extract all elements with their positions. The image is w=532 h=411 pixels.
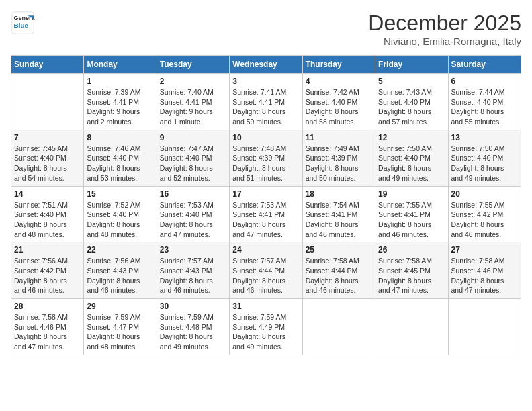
day-number: 3	[232, 77, 299, 86]
day-info: Sunrise: 7:41 AMSunset: 4:41 PMDaylight:…	[232, 87, 299, 127]
calendar-cell: 29Sunrise: 7:59 AMSunset: 4:47 PMDayligh…	[84, 299, 157, 355]
logo: General Blue	[11, 11, 35, 35]
day-number: 31	[232, 302, 299, 311]
day-info: Sunrise: 7:52 AMSunset: 4:40 PMDaylight:…	[87, 200, 153, 240]
logo-icon: General Blue	[11, 11, 35, 35]
calendar-cell: 10Sunrise: 7:48 AMSunset: 4:39 PMDayligh…	[230, 130, 302, 186]
calendar-cell: 9Sunrise: 7:47 AMSunset: 4:40 PMDaylight…	[157, 130, 229, 186]
day-info: Sunrise: 7:54 AMSunset: 4:41 PMDaylight:…	[306, 200, 372, 240]
calendar-cell: 27Sunrise: 7:58 AMSunset: 4:46 PMDayligh…	[448, 242, 521, 299]
day-number: 25	[306, 245, 372, 255]
day-number: 4	[306, 77, 372, 86]
day-info: Sunrise: 7:55 AMSunset: 4:41 PMDaylight:…	[378, 200, 445, 240]
day-number: 15	[87, 189, 153, 199]
day-info: Sunrise: 7:45 AMSunset: 4:40 PMDaylight:…	[14, 144, 81, 183]
svg-text:Blue: Blue	[14, 21, 29, 29]
day-number: 22	[87, 245, 153, 255]
day-number: 26	[378, 245, 445, 255]
calendar-cell: 13Sunrise: 7:50 AMSunset: 4:40 PMDayligh…	[448, 130, 521, 186]
calendar-cell: 24Sunrise: 7:57 AMSunset: 4:44 PMDayligh…	[230, 242, 302, 299]
calendar-cell	[302, 299, 375, 355]
calendar-cell: 4Sunrise: 7:42 AMSunset: 4:40 PMDaylight…	[302, 74, 375, 130]
day-info: Sunrise: 7:46 AMSunset: 4:40 PMDaylight:…	[87, 144, 153, 183]
day-number: 23	[160, 245, 226, 255]
calendar-cell: 30Sunrise: 7:59 AMSunset: 4:48 PMDayligh…	[157, 299, 229, 355]
day-info: Sunrise: 7:58 AMSunset: 4:46 PMDaylight:…	[451, 256, 518, 295]
day-info: Sunrise: 7:49 AMSunset: 4:39 PMDaylight:…	[306, 144, 372, 183]
day-number: 5	[378, 77, 445, 86]
day-number: 29	[87, 302, 153, 311]
day-number: 6	[451, 77, 518, 86]
calendar-cell: 2Sunrise: 7:40 AMSunset: 4:41 PMDaylight…	[157, 74, 229, 130]
calendar-cell: 20Sunrise: 7:55 AMSunset: 4:42 PMDayligh…	[448, 186, 521, 242]
calendar-cell: 11Sunrise: 7:49 AMSunset: 4:39 PMDayligh…	[302, 130, 375, 186]
calendar-cell: 6Sunrise: 7:44 AMSunset: 4:40 PMDaylight…	[448, 74, 521, 130]
day-info: Sunrise: 7:57 AMSunset: 4:43 PMDaylight:…	[160, 256, 226, 295]
day-number: 27	[451, 245, 518, 255]
day-number: 28	[14, 302, 81, 311]
day-number: 8	[87, 133, 153, 142]
calendar-cell: 5Sunrise: 7:43 AMSunset: 4:40 PMDaylight…	[375, 74, 448, 130]
day-number: 1	[87, 77, 153, 86]
day-number: 9	[160, 133, 226, 142]
month-title: December 2025	[368, 11, 521, 36]
day-number: 10	[232, 133, 299, 142]
day-number: 30	[160, 302, 226, 311]
day-info: Sunrise: 7:53 AMSunset: 4:40 PMDaylight:…	[160, 200, 226, 240]
calendar-cell: 26Sunrise: 7:58 AMSunset: 4:45 PMDayligh…	[375, 242, 448, 299]
day-info: Sunrise: 7:44 AMSunset: 4:40 PMDaylight:…	[451, 87, 518, 127]
day-info: Sunrise: 7:58 AMSunset: 4:44 PMDaylight:…	[306, 256, 372, 295]
day-number: 11	[306, 133, 372, 142]
calendar-cell: 18Sunrise: 7:54 AMSunset: 4:41 PMDayligh…	[302, 186, 375, 242]
day-info: Sunrise: 7:40 AMSunset: 4:41 PMDaylight:…	[160, 87, 226, 127]
day-info: Sunrise: 7:43 AMSunset: 4:40 PMDaylight:…	[378, 87, 445, 127]
calendar-table: SundayMondayTuesdayWednesdayThursdayFrid…	[11, 55, 521, 355]
calendar-cell: 19Sunrise: 7:55 AMSunset: 4:41 PMDayligh…	[375, 186, 448, 242]
location-title: Niviano, Emilia-Romagna, Italy	[368, 36, 521, 47]
calendar-cell: 16Sunrise: 7:53 AMSunset: 4:40 PMDayligh…	[157, 186, 229, 242]
day-number: 21	[14, 245, 81, 255]
calendar-cell: 28Sunrise: 7:58 AMSunset: 4:46 PMDayligh…	[11, 299, 84, 355]
day-info: Sunrise: 7:58 AMSunset: 4:46 PMDaylight:…	[14, 312, 81, 352]
calendar-cell: 1Sunrise: 7:39 AMSunset: 4:41 PMDaylight…	[84, 74, 157, 130]
day-number: 7	[14, 133, 81, 142]
col-header-tuesday: Tuesday	[157, 56, 229, 74]
day-info: Sunrise: 7:57 AMSunset: 4:44 PMDaylight:…	[232, 256, 299, 295]
day-info: Sunrise: 7:50 AMSunset: 4:40 PMDaylight:…	[451, 144, 518, 183]
col-header-saturday: Saturday	[448, 56, 521, 74]
calendar-cell: 17Sunrise: 7:53 AMSunset: 4:41 PMDayligh…	[230, 186, 302, 242]
day-number: 24	[232, 245, 299, 255]
day-info: Sunrise: 7:51 AMSunset: 4:40 PMDaylight:…	[14, 200, 81, 240]
col-header-sunday: Sunday	[11, 56, 84, 74]
day-number: 12	[378, 133, 445, 142]
page-header: General Blue December 2025 Niviano, Emil…	[11, 11, 521, 47]
calendar-cell	[375, 299, 448, 355]
day-number: 2	[160, 77, 226, 86]
day-info: Sunrise: 7:59 AMSunset: 4:47 PMDaylight:…	[87, 312, 153, 352]
day-info: Sunrise: 7:50 AMSunset: 4:40 PMDaylight:…	[378, 144, 445, 183]
day-info: Sunrise: 7:58 AMSunset: 4:45 PMDaylight:…	[378, 256, 445, 295]
calendar-cell	[448, 299, 521, 355]
day-number: 17	[232, 189, 299, 199]
day-info: Sunrise: 7:47 AMSunset: 4:40 PMDaylight:…	[160, 144, 226, 183]
day-info: Sunrise: 7:56 AMSunset: 4:42 PMDaylight:…	[14, 256, 81, 295]
day-info: Sunrise: 7:59 AMSunset: 4:49 PMDaylight:…	[232, 312, 299, 352]
col-header-monday: Monday	[84, 56, 157, 74]
title-block: December 2025 Niviano, Emilia-Romagna, I…	[368, 11, 521, 47]
calendar-cell: 8Sunrise: 7:46 AMSunset: 4:40 PMDaylight…	[84, 130, 157, 186]
calendar-cell: 22Sunrise: 7:56 AMSunset: 4:43 PMDayligh…	[84, 242, 157, 299]
day-info: Sunrise: 7:59 AMSunset: 4:48 PMDaylight:…	[160, 312, 226, 352]
col-header-wednesday: Wednesday	[230, 56, 302, 74]
day-number: 18	[306, 189, 372, 199]
calendar-cell: 25Sunrise: 7:58 AMSunset: 4:44 PMDayligh…	[302, 242, 375, 299]
day-number: 20	[451, 189, 518, 199]
day-number: 13	[451, 133, 518, 142]
calendar-cell: 15Sunrise: 7:52 AMSunset: 4:40 PMDayligh…	[84, 186, 157, 242]
col-header-thursday: Thursday	[302, 56, 375, 74]
day-info: Sunrise: 7:39 AMSunset: 4:41 PMDaylight:…	[87, 87, 153, 127]
day-number: 14	[14, 189, 81, 199]
day-info: Sunrise: 7:42 AMSunset: 4:40 PMDaylight:…	[306, 87, 372, 127]
day-info: Sunrise: 7:56 AMSunset: 4:43 PMDaylight:…	[87, 256, 153, 295]
calendar-cell: 14Sunrise: 7:51 AMSunset: 4:40 PMDayligh…	[11, 186, 84, 242]
day-info: Sunrise: 7:55 AMSunset: 4:42 PMDaylight:…	[451, 200, 518, 240]
